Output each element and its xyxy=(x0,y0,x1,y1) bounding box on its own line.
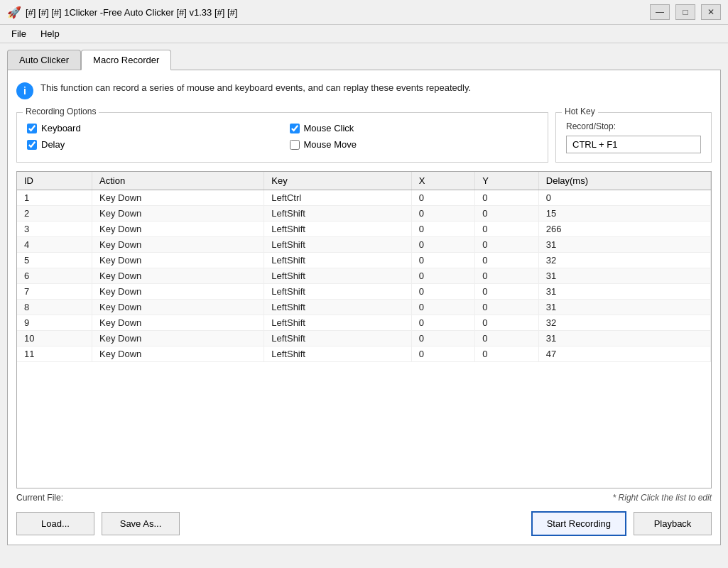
cell-action: Key Down xyxy=(92,331,264,346)
col-delay: Delay(ms) xyxy=(538,172,710,190)
checkbox-mouse-click-input[interactable] xyxy=(290,124,300,133)
tab-bar: Auto Clicker Macro Recorder xyxy=(7,49,721,70)
cell-x: 0 xyxy=(411,346,475,362)
options-row: Recording Options Keyboard Mouse Click D… xyxy=(16,112,712,163)
hotkey-panel: Hot Key Record/Stop: CTRL + F1 xyxy=(555,112,712,163)
title-bar-text: [#] [#] [#] 1Clicker -Free Auto Clicker … xyxy=(26,7,650,18)
cell-key: LeftShift xyxy=(264,331,411,346)
tab-auto-clicker[interactable]: Auto Clicker xyxy=(7,50,81,70)
cell-action: Key Down xyxy=(92,190,264,206)
table-row[interactable]: 6 Key Down LeftShift 0 0 31 xyxy=(17,268,711,284)
cell-action: Key Down xyxy=(92,284,264,300)
checkboxes-grid: Keyboard Mouse Click Delay Mouse Move xyxy=(27,123,538,150)
table-body: 1 Key Down LeftCtrl 0 0 0 2 Key Down Lef… xyxy=(17,190,711,362)
cell-delay: 31 xyxy=(538,268,710,284)
checkbox-delay-input[interactable] xyxy=(27,140,37,150)
close-button[interactable]: ✕ xyxy=(701,4,721,20)
cell-x: 0 xyxy=(411,253,475,268)
cell-action: Key Down xyxy=(92,222,264,237)
cell-action: Key Down xyxy=(92,346,264,362)
cell-id: 8 xyxy=(17,300,92,315)
checkbox-delay[interactable]: Delay xyxy=(27,139,276,150)
cell-x: 0 xyxy=(411,237,475,253)
info-bar: i This function can record a series of m… xyxy=(16,79,712,102)
hotkey-input[interactable]: CTRL + F1 xyxy=(566,136,701,153)
cell-key: LeftShift xyxy=(264,253,411,268)
cell-y: 0 xyxy=(475,284,539,300)
checkbox-keyboard-input[interactable] xyxy=(27,124,37,133)
cell-key: LeftShift xyxy=(264,300,411,315)
cell-x: 0 xyxy=(411,315,475,331)
table-row[interactable]: 3 Key Down LeftShift 0 0 266 xyxy=(17,222,711,237)
cell-y: 0 xyxy=(475,346,539,362)
load-button[interactable]: Load... xyxy=(16,512,94,535)
status-row: Current File: * Right Click the list to … xyxy=(16,488,712,506)
table-row[interactable]: 9 Key Down LeftShift 0 0 32 xyxy=(17,315,711,331)
cell-id: 5 xyxy=(17,253,92,268)
cell-id: 3 xyxy=(17,222,92,237)
cell-x: 0 xyxy=(411,222,475,237)
cell-y: 0 xyxy=(475,331,539,346)
recording-options-panel: Recording Options Keyboard Mouse Click D… xyxy=(16,112,548,163)
cell-key: LeftShift xyxy=(264,237,411,253)
cell-delay: 31 xyxy=(538,331,710,346)
table-row[interactable]: 7 Key Down LeftShift 0 0 31 xyxy=(17,284,711,300)
menu-bar: File Help xyxy=(0,25,728,43)
cell-key: LeftShift xyxy=(264,268,411,284)
col-action: Action xyxy=(92,172,264,190)
cell-id: 1 xyxy=(17,190,92,206)
minimize-button[interactable]: — xyxy=(650,4,670,20)
current-file-label: Current File: xyxy=(16,493,63,503)
cell-key: LeftCtrl xyxy=(264,190,411,206)
cell-y: 0 xyxy=(475,206,539,222)
table-row[interactable]: 10 Key Down LeftShift 0 0 31 xyxy=(17,331,711,346)
menu-file[interactable]: File xyxy=(4,26,33,41)
table-row[interactable]: 8 Key Down LeftShift 0 0 31 xyxy=(17,300,711,315)
hotkey-title: Hot Key xyxy=(562,106,598,116)
cell-key: LeftShift xyxy=(264,222,411,237)
table-row[interactable]: 2 Key Down LeftShift 0 0 15 xyxy=(17,206,711,222)
cell-y: 0 xyxy=(475,253,539,268)
cell-key: LeftShift xyxy=(264,284,411,300)
recording-options-title: Recording Options xyxy=(23,106,99,116)
playback-button[interactable]: Playback xyxy=(634,512,712,535)
checkbox-mouse-move-input[interactable] xyxy=(290,140,300,150)
table-wrapper[interactable]: ID Action Key X Y Delay(ms) 1 Key Down L… xyxy=(17,172,711,488)
cell-action: Key Down xyxy=(92,300,264,315)
cell-x: 0 xyxy=(411,300,475,315)
cell-action: Key Down xyxy=(92,237,264,253)
cell-delay: 32 xyxy=(538,315,710,331)
start-recording-button[interactable]: Start Recording xyxy=(531,511,626,536)
cell-x: 0 xyxy=(411,206,475,222)
checkbox-mouse-move[interactable]: Mouse Move xyxy=(290,139,538,150)
cell-action: Key Down xyxy=(92,206,264,222)
cell-id: 2 xyxy=(17,206,92,222)
cell-id: 11 xyxy=(17,346,92,362)
table-row[interactable]: 5 Key Down LeftShift 0 0 32 xyxy=(17,253,711,268)
table-row[interactable]: 1 Key Down LeftCtrl 0 0 0 xyxy=(17,190,711,206)
main-container: Auto Clicker Macro Recorder i This funct… xyxy=(0,43,728,568)
tab-macro-recorder[interactable]: Macro Recorder xyxy=(81,50,171,70)
title-bar: 🚀 [#] [#] [#] 1Clicker -Free Auto Clicke… xyxy=(0,0,728,25)
cell-action: Key Down xyxy=(92,268,264,284)
menu-help[interactable]: Help xyxy=(33,26,67,41)
window-controls: — □ ✕ xyxy=(650,4,721,20)
maximize-button[interactable]: □ xyxy=(675,4,695,20)
cell-id: 9 xyxy=(17,315,92,331)
bottom-buttons: Load... Save As... Start Recording Playb… xyxy=(16,511,712,536)
events-table: ID Action Key X Y Delay(ms) 1 Key Down L… xyxy=(17,172,711,362)
cell-delay: 0 xyxy=(538,190,710,206)
table-row[interactable]: 11 Key Down LeftShift 0 0 47 xyxy=(17,346,711,362)
events-table-container: ID Action Key X Y Delay(ms) 1 Key Down L… xyxy=(16,171,712,488)
table-row[interactable]: 4 Key Down LeftShift 0 0 31 xyxy=(17,237,711,253)
cell-y: 0 xyxy=(475,190,539,206)
cell-action: Key Down xyxy=(92,315,264,331)
cell-x: 0 xyxy=(411,331,475,346)
checkbox-keyboard[interactable]: Keyboard xyxy=(27,123,276,133)
checkbox-mouse-click[interactable]: Mouse Click xyxy=(290,123,538,133)
info-text: This function can record a series of mou… xyxy=(40,82,471,94)
cell-y: 0 xyxy=(475,222,539,237)
cell-delay: 31 xyxy=(538,300,710,315)
col-id: ID xyxy=(17,172,92,190)
save-as-button[interactable]: Save As... xyxy=(102,512,180,535)
